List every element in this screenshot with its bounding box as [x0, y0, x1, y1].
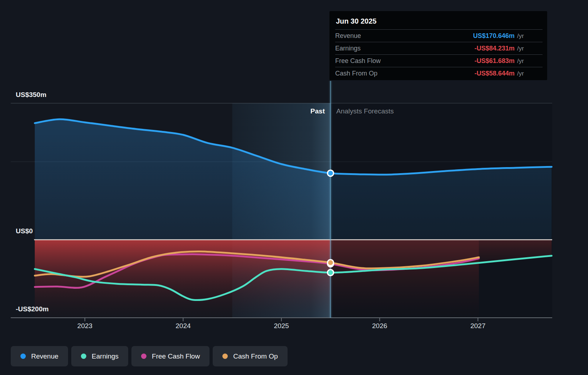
tooltip-row-value: US$170.646m: [473, 32, 515, 40]
legend-item-free-cash-flow[interactable]: Free Cash Flow: [131, 346, 209, 366]
tooltip-row-revenue: Revenue US$170.646m/yr: [335, 29, 543, 42]
legend-label: Earnings: [92, 352, 119, 360]
legend-label: Revenue: [31, 352, 58, 360]
legend-label: Cash From Op: [233, 352, 278, 360]
tooltip-row-value: -US$84.231m: [474, 45, 515, 52]
analysts-forecasts-region-label: Analysts Forecasts: [336, 107, 479, 115]
x-axis-label-2026: 2026: [362, 322, 397, 330]
cash-from-op-series-dot-icon: [222, 354, 228, 359]
x-axis-label-2023: 2023: [67, 322, 103, 330]
tooltip-row-value: -US$58.644m: [474, 70, 515, 77]
earnings-marker: [328, 269, 334, 276]
x-axis-label-2025: 2025: [264, 322, 299, 330]
tooltip-row-suffix: /yr: [517, 70, 524, 77]
tooltip-row-suffix: /yr: [517, 58, 524, 65]
tooltip-row-label: Free Cash Flow: [335, 57, 381, 65]
y-axis-label-0: US$0: [16, 227, 33, 235]
earnings-series-dot-icon: [81, 354, 86, 359]
tooltip-row-label: Revenue: [335, 32, 361, 40]
tooltip-row-suffix: /yr: [517, 33, 524, 40]
tooltip-row-earnings: Earnings -US$84.231m/yr: [335, 42, 543, 54]
legend-label: Free Cash Flow: [152, 352, 200, 360]
legend-item-cash-from-op[interactable]: Cash From Op: [213, 346, 288, 366]
revenue-marker: [328, 170, 334, 176]
legend-item-earnings[interactable]: Earnings: [71, 346, 128, 366]
tooltip-row-value: -US$61.683m: [474, 57, 515, 65]
chart-legend: Revenue Earnings Free Cash Flow Cash Fro…: [11, 346, 288, 366]
data-tooltip: Jun 30 2025 Revenue US$170.646m/yr Earni…: [329, 11, 547, 80]
past-region-label: Past: [217, 107, 325, 115]
revenue-series-dot-icon: [20, 354, 26, 359]
legend-item-revenue[interactable]: Revenue: [11, 346, 68, 366]
forecast-region-overlay: [331, 103, 552, 318]
free-cash-flow-series-dot-icon: [141, 354, 146, 359]
tooltip-row-free-cash-flow: Free Cash Flow -US$61.683m/yr: [335, 54, 543, 67]
tooltip-row-suffix: /yr: [517, 45, 524, 52]
y-axis-label-neg200m: -US$200m: [16, 305, 49, 313]
tooltip-row-label: Earnings: [335, 45, 361, 52]
x-axis-label-2024: 2024: [165, 322, 201, 330]
cash-from-op-marker: [328, 259, 334, 266]
tooltip-row-label: Cash From Op: [335, 70, 377, 77]
x-axis-label-2027: 2027: [460, 322, 496, 330]
tooltip-date: Jun 30 2025: [329, 11, 547, 29]
tooltip-row-cash-from-op: Cash From Op -US$58.644m/yr: [335, 67, 543, 79]
y-axis-label-350m: US$350m: [16, 91, 47, 99]
earnings-revenue-growth-chart: US$350m US$0 -US$200m 2023 2024 2025 202…: [0, 0, 588, 375]
